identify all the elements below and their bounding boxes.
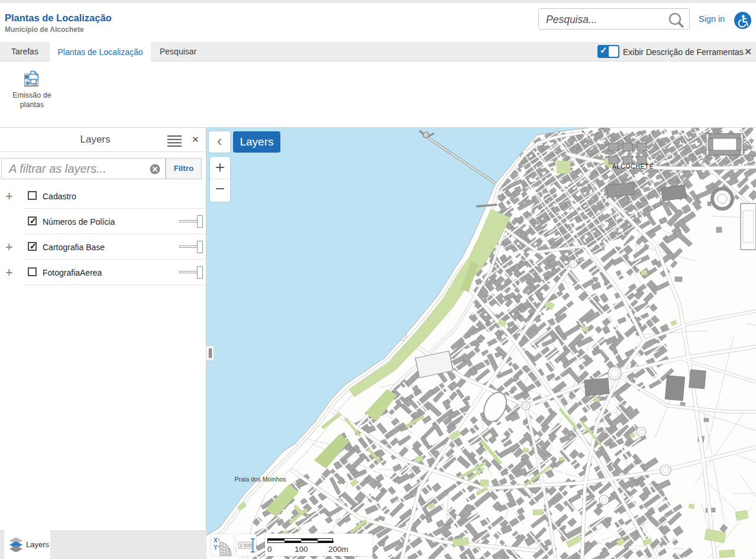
svg-text:X: X [214,537,218,544]
svg-text:ALCOCHETE: ALCOCHETE [612,163,654,170]
svg-text:Praia dos Moinhos: Praia dos Moinhos [235,476,286,483]
svg-text:Y: Y [214,544,218,551]
